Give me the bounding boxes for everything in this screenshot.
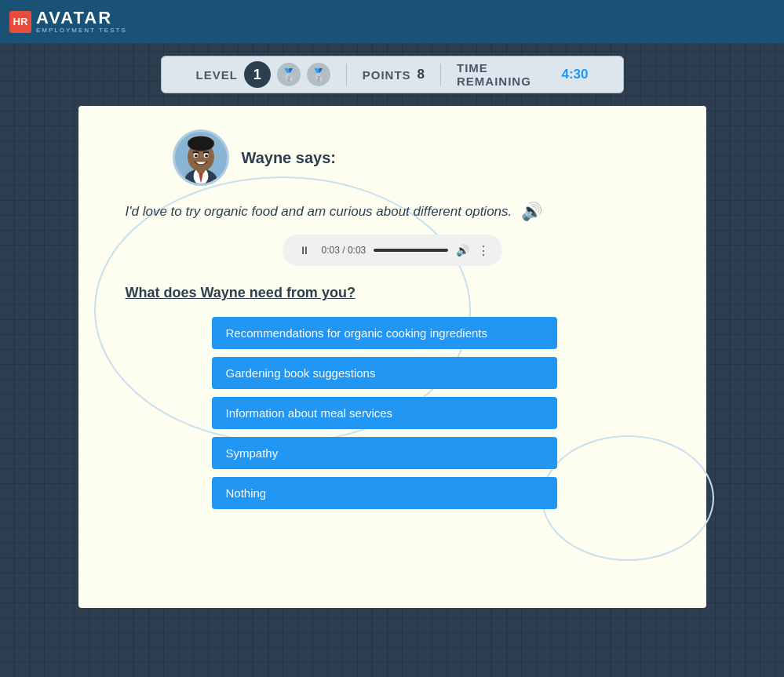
level-label: LEVEL bbox=[196, 68, 238, 82]
logo-text: AVATAR EMPLOYMENT TESTS bbox=[36, 9, 127, 34]
time-stat: TIME REMAINING 4:30 bbox=[441, 61, 604, 88]
wayne-header: Wayne says: bbox=[173, 129, 336, 186]
medal-1-icon: 🥈 bbox=[277, 63, 301, 86]
answer-button-5[interactable]: Nothing bbox=[212, 477, 557, 509]
answer-button-3[interactable]: Information about meal services bbox=[212, 397, 557, 429]
speaker-icon[interactable]: 🔊 bbox=[521, 202, 542, 222]
logo-hr: HR bbox=[9, 11, 31, 33]
header-bar: HR AVATAR EMPLOYMENT TESTS bbox=[0, 0, 784, 43]
answers-list: Recommendations for organic cooking ingr… bbox=[212, 317, 557, 509]
points-value: 8 bbox=[418, 67, 425, 82]
answer-button-2[interactable]: Gardening book suggestions bbox=[212, 357, 557, 389]
svg-rect-11 bbox=[192, 151, 199, 153]
more-options-icon[interactable]: ⋮ bbox=[477, 243, 490, 258]
dialogue-text: I'd love to try organic food and am curi… bbox=[126, 204, 512, 220]
wayne-says-label: Wayne says: bbox=[242, 149, 336, 167]
pause-button[interactable]: ⏸ bbox=[295, 241, 314, 260]
audio-player[interactable]: ⏸ 0:03 / 0:03 🔊 ⋮ bbox=[283, 235, 502, 266]
svg-point-10 bbox=[205, 155, 208, 158]
answer-button-1[interactable]: Recommendations for organic cooking ingr… bbox=[212, 317, 557, 349]
question-keyword: need bbox=[250, 285, 283, 300]
main-background: LEVEL 1 🥈 🥈 POINTS 8 TIME REMAINING 4:30 bbox=[0, 43, 784, 677]
svg-point-9 bbox=[194, 155, 197, 158]
logo-avatar-text: AVATAR bbox=[36, 9, 127, 27]
volume-icon[interactable]: 🔊 bbox=[456, 244, 469, 257]
content-inner: Wayne says: I'd love to try organic food… bbox=[126, 129, 659, 509]
level-value: 1 bbox=[244, 61, 271, 88]
answer-button-4[interactable]: Sympathy bbox=[212, 437, 557, 469]
stats-bar: LEVEL 1 🥈 🥈 POINTS 8 TIME REMAINING 4:30 bbox=[161, 56, 624, 93]
content-panel: Wayne says: I'd love to try organic food… bbox=[78, 106, 706, 608]
points-label: POINTS bbox=[363, 68, 411, 82]
svg-point-6 bbox=[188, 136, 214, 151]
audio-time: 0:03 / 0:03 bbox=[322, 245, 366, 256]
avatar bbox=[173, 129, 229, 186]
points-stat: POINTS 8 bbox=[347, 67, 440, 82]
logo-subtitle-text: EMPLOYMENT TESTS bbox=[36, 27, 127, 34]
medal-2-icon: 🥈 bbox=[307, 63, 330, 86]
time-value: 4:30 bbox=[561, 67, 588, 82]
time-label: TIME REMAINING bbox=[457, 61, 555, 88]
dialogue-row: I'd love to try organic food and am curi… bbox=[126, 202, 543, 222]
svg-rect-12 bbox=[202, 151, 209, 153]
question-text: What does Wayne need from you? bbox=[126, 285, 356, 301]
level-stat: LEVEL 1 🥈 🥈 bbox=[181, 61, 346, 88]
progress-bar[interactable] bbox=[374, 249, 447, 252]
